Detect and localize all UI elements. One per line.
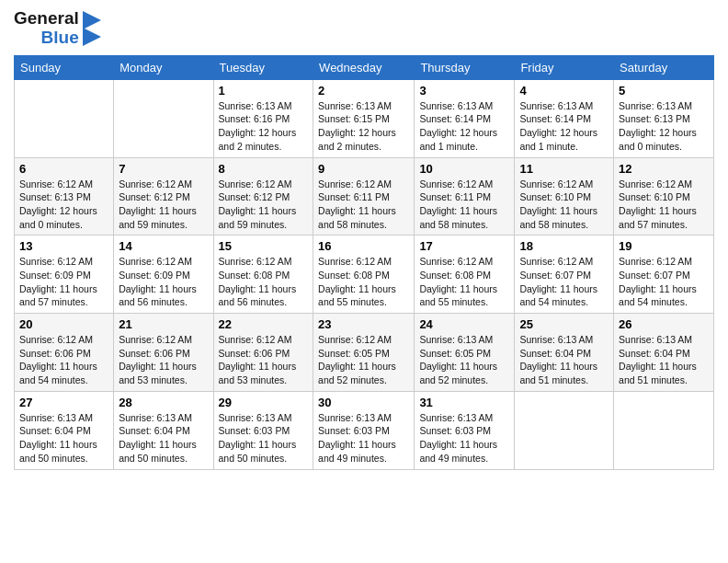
day-number: 25 [519,317,609,331]
day-info: Sunrise: 6:12 AM Sunset: 6:08 PM Dayligh… [318,255,409,309]
day-number: 26 [619,317,709,331]
day-number: 4 [519,84,609,98]
calendar-cell: 30Sunrise: 6:13 AM Sunset: 6:03 PM Dayli… [313,391,415,469]
day-info: Sunrise: 6:12 AM Sunset: 6:06 PM Dayligh… [219,333,309,387]
calendar-week-row: 6Sunrise: 6:12 AM Sunset: 6:13 PM Daylig… [15,157,714,236]
header-day-sunday: Sunday [15,55,114,79]
calendar-cell: 14Sunrise: 6:12 AM Sunset: 6:09 PM Dayli… [114,236,213,314]
day-info: Sunrise: 6:13 AM Sunset: 6:03 PM Dayligh… [219,411,309,465]
calendar-cell: 31Sunrise: 6:13 AM Sunset: 6:03 PM Dayli… [415,391,515,469]
calendar-cell: 18Sunrise: 6:12 AM Sunset: 6:07 PM Dayli… [515,236,614,314]
calendar-cell: 19Sunrise: 6:12 AM Sunset: 6:07 PM Dayli… [614,236,714,314]
day-number: 7 [119,162,208,176]
day-number: 6 [19,162,108,176]
header-day-friday: Friday [515,55,614,79]
logo-blue-text: Blue [41,29,79,48]
day-info: Sunrise: 6:12 AM Sunset: 6:07 PM Dayligh… [519,255,609,309]
calendar-cell: 21Sunrise: 6:12 AM Sunset: 6:06 PM Dayli… [114,314,213,392]
calendar-cell: 6Sunrise: 6:12 AM Sunset: 6:13 PM Daylig… [15,157,114,236]
calendar-cell: 23Sunrise: 6:12 AM Sunset: 6:05 PM Dayli… [313,314,415,392]
day-info: Sunrise: 6:13 AM Sunset: 6:14 PM Dayligh… [419,99,509,154]
day-info: Sunrise: 6:12 AM Sunset: 6:09 PM Dayligh… [19,255,108,309]
calendar-cell [515,391,614,469]
day-number: 27 [19,396,108,409]
header-day-tuesday: Tuesday [213,55,313,79]
calendar-cell [15,79,114,157]
calendar-cell: 12Sunrise: 6:12 AM Sunset: 6:10 PM Dayli… [614,157,714,236]
calendar-week-row: 27Sunrise: 6:13 AM Sunset: 6:04 PM Dayli… [15,391,714,469]
page: General Blue SundayMondayTuesdayWednesda… [0,0,728,563]
day-info: Sunrise: 6:12 AM Sunset: 6:08 PM Dayligh… [219,255,309,309]
calendar-cell: 24Sunrise: 6:13 AM Sunset: 6:05 PM Dayli… [415,314,515,392]
day-info: Sunrise: 6:12 AM Sunset: 6:06 PM Dayligh… [19,333,108,387]
day-number: 1 [219,84,309,98]
header-day-monday: Monday [114,55,213,79]
day-info: Sunrise: 6:13 AM Sunset: 6:03 PM Dayligh… [318,411,409,465]
calendar-cell: 22Sunrise: 6:12 AM Sunset: 6:06 PM Dayli… [213,314,313,392]
calendar-header-row: SundayMondayTuesdayWednesdayThursdayFrid… [15,55,714,79]
day-number: 24 [419,317,509,331]
day-number: 18 [519,239,609,253]
day-info: Sunrise: 6:12 AM Sunset: 6:12 PM Dayligh… [119,178,208,232]
header-day-thursday: Thursday [415,55,515,79]
day-number: 8 [219,162,309,176]
calendar-cell: 13Sunrise: 6:12 AM Sunset: 6:09 PM Dayli… [15,236,114,314]
day-info: Sunrise: 6:13 AM Sunset: 6:04 PM Dayligh… [19,411,108,465]
calendar-cell: 2Sunrise: 6:13 AM Sunset: 6:15 PM Daylig… [313,79,415,157]
day-info: Sunrise: 6:12 AM Sunset: 6:10 PM Dayligh… [519,178,609,232]
calendar-week-row: 20Sunrise: 6:12 AM Sunset: 6:06 PM Dayli… [15,314,714,392]
day-number: 14 [119,239,208,253]
calendar-cell: 3Sunrise: 6:13 AM Sunset: 6:14 PM Daylig… [415,79,515,157]
calendar-cell: 27Sunrise: 6:13 AM Sunset: 6:04 PM Dayli… [15,391,114,469]
day-info: Sunrise: 6:13 AM Sunset: 6:05 PM Dayligh… [419,333,509,387]
day-info: Sunrise: 6:13 AM Sunset: 6:16 PM Dayligh… [219,99,309,154]
day-info: Sunrise: 6:13 AM Sunset: 6:04 PM Dayligh… [119,411,208,465]
day-info: Sunrise: 6:12 AM Sunset: 6:05 PM Dayligh… [318,333,409,387]
day-number: 16 [318,239,409,253]
day-info: Sunrise: 6:13 AM Sunset: 6:13 PM Dayligh… [619,99,709,154]
day-info: Sunrise: 6:13 AM Sunset: 6:14 PM Dayligh… [519,99,609,154]
calendar-cell [114,79,213,157]
header-day-wednesday: Wednesday [313,55,415,79]
day-number: 11 [519,162,609,176]
calendar-cell: 26Sunrise: 6:13 AM Sunset: 6:04 PM Dayli… [614,314,714,392]
calendar-cell [614,391,714,469]
calendar-cell: 4Sunrise: 6:13 AM Sunset: 6:14 PM Daylig… [515,79,614,157]
day-info: Sunrise: 6:13 AM Sunset: 6:04 PM Dayligh… [519,333,609,387]
calendar-cell: 28Sunrise: 6:13 AM Sunset: 6:04 PM Dayli… [114,391,213,469]
day-info: Sunrise: 6:12 AM Sunset: 6:12 PM Dayligh… [219,178,309,232]
day-number: 17 [419,239,509,253]
day-number: 12 [619,162,709,176]
day-number: 13 [19,239,108,253]
day-number: 5 [619,84,709,98]
svg-marker-0 [83,11,101,29]
header: General Blue [14,9,714,48]
logo: General Blue [14,9,101,48]
day-info: Sunrise: 6:12 AM Sunset: 6:06 PM Dayligh… [119,333,208,387]
day-info: Sunrise: 6:12 AM Sunset: 6:09 PM Dayligh… [119,255,208,309]
logo-general-text: General [14,9,79,29]
day-number: 2 [318,84,409,98]
day-number: 19 [619,239,709,253]
day-number: 31 [419,396,509,409]
calendar-cell: 17Sunrise: 6:12 AM Sunset: 6:08 PM Dayli… [415,236,515,314]
calendar-cell: 10Sunrise: 6:12 AM Sunset: 6:11 PM Dayli… [415,157,515,236]
day-number: 15 [219,239,309,253]
day-info: Sunrise: 6:13 AM Sunset: 6:04 PM Dayligh… [619,333,709,387]
calendar-cell: 7Sunrise: 6:12 AM Sunset: 6:12 PM Daylig… [114,157,213,236]
calendar-cell: 20Sunrise: 6:12 AM Sunset: 6:06 PM Dayli… [15,314,114,392]
calendar-cell: 25Sunrise: 6:13 AM Sunset: 6:04 PM Dayli… [515,314,614,392]
day-info: Sunrise: 6:12 AM Sunset: 6:13 PM Dayligh… [19,178,108,232]
day-info: Sunrise: 6:12 AM Sunset: 6:08 PM Dayligh… [419,255,509,309]
day-info: Sunrise: 6:13 AM Sunset: 6:03 PM Dayligh… [419,411,509,465]
day-number: 29 [219,396,309,409]
day-number: 20 [19,317,108,331]
day-number: 30 [318,396,409,409]
calendar-cell: 11Sunrise: 6:12 AM Sunset: 6:10 PM Dayli… [515,157,614,236]
calendar-cell: 5Sunrise: 6:13 AM Sunset: 6:13 PM Daylig… [614,79,714,157]
day-number: 3 [419,84,509,98]
day-number: 21 [119,317,208,331]
day-number: 22 [219,317,309,331]
calendar-week-row: 13Sunrise: 6:12 AM Sunset: 6:09 PM Dayli… [15,236,714,314]
header-day-saturday: Saturday [614,55,714,79]
